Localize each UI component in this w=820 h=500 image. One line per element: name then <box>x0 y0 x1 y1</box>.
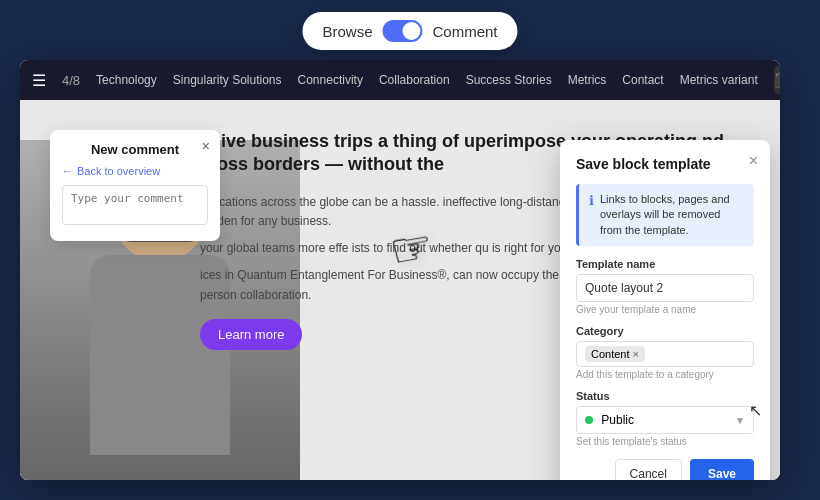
category-tag: Content × <box>585 346 645 362</box>
template-name-input[interactable] <box>576 274 754 302</box>
info-icon: ℹ <box>589 193 594 208</box>
status-label: Status <box>576 390 754 402</box>
nav-bar: ☰ 4/8 Technology Singularity Solutions C… <box>20 60 780 100</box>
category-field[interactable]: Content × <box>576 341 754 367</box>
nav-counter: 4/8 <box>62 73 80 88</box>
nav-item-contact[interactable]: Contact <box>622 73 663 87</box>
status-select[interactable]: Public ▼ <box>576 406 754 434</box>
template-name-label: Template name <box>576 258 754 270</box>
content-area: nsive business trips a thing of uperimpo… <box>20 100 780 480</box>
dialog-title: Save block template <box>576 156 754 172</box>
browser-window: ☰ 4/8 Technology Singularity Solutions C… <box>20 60 780 480</box>
category-tag-remove[interactable]: × <box>633 348 639 360</box>
status-value: Public <box>601 413 634 427</box>
back-arrow-icon: ← <box>62 165 73 177</box>
comment-input[interactable] <box>62 185 208 225</box>
back-to-overview-link[interactable]: ← Back to overview <box>62 165 208 177</box>
info-box: ℹ Links to blocks, pages and overlays wi… <box>576 184 754 246</box>
nav-item-metrics-variant[interactable]: Metrics variant <box>680 73 758 87</box>
mouse-cursor-icon: ↖ <box>749 401 762 420</box>
status-value-container: Public <box>585 413 634 427</box>
category-tag-label: Content <box>591 348 630 360</box>
toggle-switch[interactable] <box>383 20 423 42</box>
save-template-dialog: Save block template × ℹ Links to blocks,… <box>560 140 770 480</box>
browse-label: Browse <box>322 23 372 40</box>
nav-item-technology[interactable]: Technology <box>96 73 157 87</box>
template-name-hint: Give your template a name <box>576 304 754 315</box>
cancel-button[interactable]: Cancel <box>615 459 682 480</box>
chevron-down-icon: ▼ <box>735 415 745 426</box>
category-hint: Add this template to a category <box>576 369 754 380</box>
nav-item-success[interactable]: Success Stories <box>466 73 552 87</box>
dialog-actions: Cancel Save <box>576 459 754 480</box>
nav-item-metrics[interactable]: Metrics <box>568 73 607 87</box>
dialog-close-button[interactable]: × <box>749 152 758 170</box>
comment-label: Comment <box>433 23 498 40</box>
toggle-knob <box>403 22 421 40</box>
comment-close-button[interactable]: × <box>202 138 210 154</box>
comment-panel-title: New comment <box>62 142 208 157</box>
status-dot <box>585 416 593 424</box>
top-toggle-bar: Browse Comment <box>302 12 517 50</box>
status-hint: Set this template's status <box>576 436 754 447</box>
nav-item-collaboration[interactable]: Collaboration <box>379 73 450 87</box>
back-link-label: Back to overview <box>77 165 160 177</box>
learn-more-button[interactable]: Learn more <box>200 319 302 350</box>
nav-item-connectivity[interactable]: Connectivity <box>298 73 363 87</box>
category-label: Category <box>576 325 754 337</box>
save-button[interactable]: Save <box>690 459 754 480</box>
comment-panel: New comment × ← Back to overview <box>50 130 220 241</box>
nav-action-button[interactable]: ⬛ <box>774 66 780 94</box>
nav-item-singularity[interactable]: Singularity Solutions <box>173 73 282 87</box>
info-text: Links to blocks, pages and overlays will… <box>600 192 744 238</box>
menu-icon[interactable]: ☰ <box>32 71 46 90</box>
